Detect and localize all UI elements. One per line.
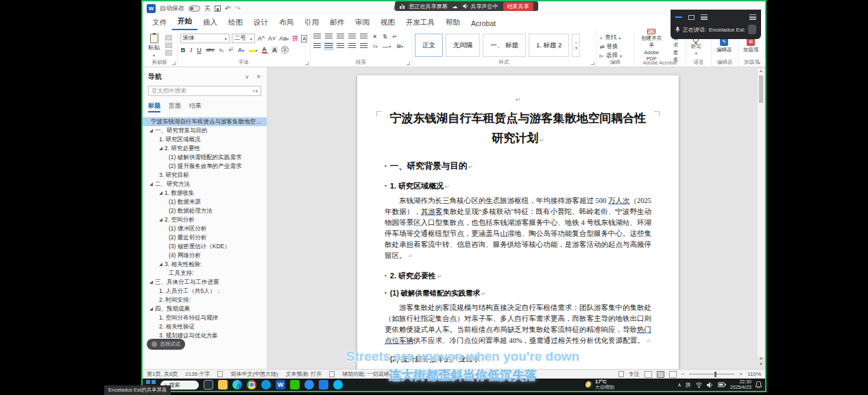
asian-layout-icon[interactable]: ✕ bbox=[372, 34, 378, 40]
minimize-icon[interactable] bbox=[675, 16, 682, 18]
enclose-characters-button[interactable]: 字 bbox=[281, 46, 289, 53]
save-button[interactable] bbox=[215, 5, 221, 12]
tab-mailings[interactable]: 邮件 bbox=[324, 16, 350, 30]
file-explorer-icon[interactable] bbox=[218, 380, 228, 390]
nav-close-icon[interactable]: ✕ bbox=[256, 73, 261, 80]
tab-file[interactable]: 文件 bbox=[147, 16, 172, 30]
tab-references[interactable]: 引用 bbox=[299, 16, 324, 30]
nav-item[interactable]: 一、研究背景与目的 bbox=[148, 126, 261, 135]
tab-acrobat[interactable]: Acrobat bbox=[466, 17, 501, 30]
superscript-button[interactable]: x² bbox=[228, 47, 233, 53]
subscript-button[interactable]: x₂ bbox=[219, 47, 225, 53]
highlight-color-button[interactable]: ▾ bbox=[248, 47, 258, 53]
nav-item[interactable]: 1. 数据收集 bbox=[148, 189, 261, 198]
nav-item[interactable]: (1) 破解供需错配的实践需求 bbox=[148, 153, 261, 162]
task-view-icon[interactable] bbox=[204, 380, 213, 390]
nav-item[interactable]: (2) 最近邻分析 bbox=[148, 233, 261, 242]
nav-item[interactable]: 3. 研究目标 bbox=[148, 171, 261, 180]
nav-item[interactable]: 3. 相关性检验: bbox=[148, 260, 261, 269]
zoom-level[interactable]: 110% bbox=[747, 371, 761, 377]
tab-insert[interactable]: 插入 bbox=[197, 16, 223, 30]
next-page-button[interactable]: ▼ bbox=[759, 362, 763, 366]
nav-item[interactable]: 四、预期成果 bbox=[148, 304, 261, 313]
shared-audio-indicator[interactable]: 共享声音中 bbox=[463, 3, 498, 10]
previous-page-button[interactable]: ▲ bbox=[759, 356, 763, 360]
nav-item[interactable]: (3) 核密度估计（KDE） bbox=[148, 242, 261, 251]
copy-icon[interactable] bbox=[165, 43, 172, 48]
bullet-list-icon[interactable] bbox=[313, 34, 321, 40]
line-spacing-icon[interactable]: ↕▾ bbox=[372, 43, 378, 49]
edge-icon[interactable] bbox=[232, 380, 242, 390]
strikethrough-button[interactable]: abc bbox=[206, 47, 215, 53]
wifi-icon[interactable] bbox=[695, 382, 703, 388]
tab-review[interactable]: 审阅 bbox=[350, 16, 375, 30]
stop-sharing-button[interactable]: 结束共享 bbox=[503, 2, 533, 11]
word-count[interactable]: 2135 个字 bbox=[185, 370, 210, 378]
create-share-pdf-button[interactable]: PDF 创建并共享Adobe PDF bbox=[637, 33, 666, 58]
style-normal[interactable]: 正文 bbox=[415, 34, 443, 57]
zoom-out-button[interactable]: − bbox=[682, 371, 685, 377]
style-no-spacing[interactable]: 无间隔 bbox=[446, 34, 481, 57]
sort-icon[interactable]: ⇅ bbox=[382, 34, 388, 40]
italic-button[interactable]: I bbox=[189, 47, 193, 53]
character-border-button[interactable]: A bbox=[301, 35, 307, 43]
nav-tab-pages[interactable]: 页面 bbox=[169, 101, 181, 112]
tab-layout[interactable]: 布局 bbox=[274, 16, 299, 30]
nav-item[interactable]: 三、具体分工与工作进展 bbox=[148, 278, 261, 287]
nav-item[interactable]: (4) 网络分析 bbox=[148, 251, 261, 260]
borders-icon[interactable]: ⊞▾ bbox=[396, 43, 404, 49]
redo-button[interactable]: ↷ bbox=[234, 5, 240, 12]
window-mode-icon[interactable] bbox=[688, 15, 695, 20]
numbered-list-icon[interactable] bbox=[325, 34, 333, 40]
style-heading1[interactable]: 一、 标题 bbox=[483, 34, 526, 57]
font-color-button[interactable]: A bbox=[261, 46, 268, 53]
phonetic-guide-button[interactable]: 拼 bbox=[291, 34, 299, 43]
nav-item[interactable]: 2. 时间安排: bbox=[148, 296, 261, 304]
align-center-icon[interactable] bbox=[325, 43, 333, 49]
nav-item[interactable]: 2. 研究必要性 bbox=[148, 144, 261, 153]
collapse-ribbon-button[interactable]: ⌄ bbox=[757, 59, 762, 65]
nav-search-input[interactable]: 在文档中搜索 ⌕▾ bbox=[148, 86, 261, 96]
tab-developer[interactable]: 开发工具 bbox=[400, 16, 440, 30]
nav-tab-results[interactable]: 结果 bbox=[189, 101, 202, 112]
cloud-icon[interactable]: ☁ bbox=[453, 3, 458, 10]
proofing-icon[interactable] bbox=[217, 371, 223, 377]
change-case-button[interactable]: Aa▾ bbox=[278, 35, 289, 42]
nav-item[interactable]: (2) 提升服务效率的产业需求 bbox=[148, 162, 261, 171]
character-shading-button[interactable]: A bbox=[272, 47, 278, 53]
nav-item[interactable]: 1. 研究区域概况 bbox=[148, 135, 261, 144]
undo-button[interactable]: ↶ bbox=[225, 5, 230, 12]
grow-font-button[interactable]: A^ bbox=[257, 35, 265, 42]
nav-tab-headings[interactable]: 标题 bbox=[148, 101, 160, 112]
tab-design[interactable]: 设计 bbox=[248, 16, 274, 30]
battery-icon[interactable] bbox=[718, 382, 726, 387]
nav-item-selected[interactable]: 宁波东钱湖自行车租赁点与游客集散地空间耦合性研究计划 bbox=[143, 117, 267, 126]
notification-bell-icon[interactable] bbox=[756, 381, 762, 388]
distribute-icon[interactable] bbox=[360, 43, 367, 49]
find-button[interactable]: ⌕查找▾ bbox=[599, 34, 622, 42]
nav-item[interactable]: 二、研究方法 bbox=[148, 180, 261, 189]
nav-item[interactable]: 2. 相关性验证 bbox=[148, 322, 261, 331]
replace-button[interactable]: ⇄替换 bbox=[599, 43, 622, 51]
multilevel-list-icon[interactable] bbox=[337, 34, 344, 40]
nav-item[interactable]: (2) 数据处理方法 bbox=[148, 206, 261, 215]
tab-home[interactable]: 开始 bbox=[172, 14, 197, 30]
floating-hint-pill[interactable]: 选我试试 bbox=[147, 339, 185, 350]
style-heading2[interactable]: 1. 标题 2 bbox=[529, 34, 570, 57]
layout-grid-icon[interactable] bbox=[701, 14, 708, 20]
volume-icon[interactable] bbox=[707, 382, 714, 388]
paste-button[interactable]: 粘贴 ▾ bbox=[145, 33, 162, 58]
bold-button[interactable]: B bbox=[180, 47, 186, 53]
page-indicator[interactable]: 第1页, 共5页 bbox=[147, 370, 178, 378]
font-name-select[interactable]: 宋体▾ bbox=[180, 34, 230, 43]
member-list-icon[interactable] bbox=[749, 14, 756, 20]
text-effects-button[interactable]: A▾ bbox=[237, 47, 245, 53]
word-app-icon[interactable]: W bbox=[147, 4, 156, 13]
zoom-in-button[interactable]: + bbox=[739, 371, 743, 377]
ime-indicator[interactable]: 拼 bbox=[686, 381, 691, 389]
scroll-up-icon[interactable]: ▲ bbox=[759, 69, 763, 73]
decrease-indent-icon[interactable] bbox=[348, 34, 356, 40]
font-size-select[interactable]: 二号▾ bbox=[232, 34, 255, 43]
nav-item[interactable]: 1. 空间分布特征与规律 bbox=[148, 313, 261, 322]
autosave-toggle[interactable] bbox=[189, 5, 200, 12]
